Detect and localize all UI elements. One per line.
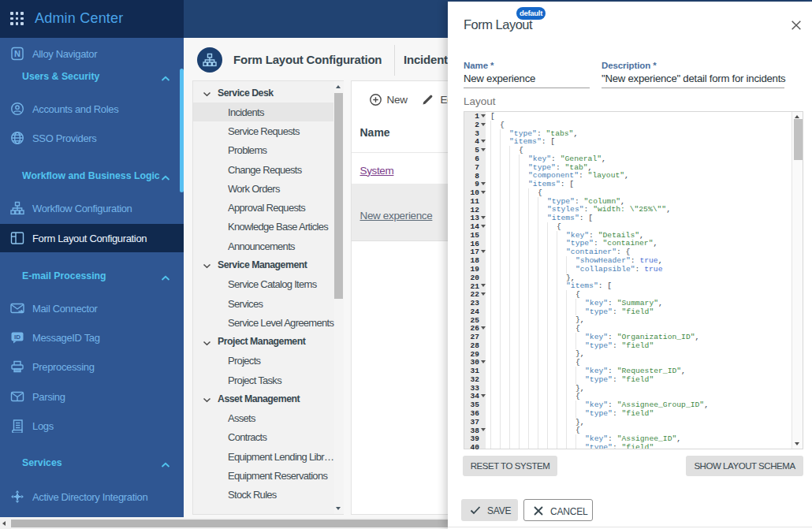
svg-text:N: N: [14, 49, 20, 58]
svg-text:ID: ID: [14, 333, 20, 341]
